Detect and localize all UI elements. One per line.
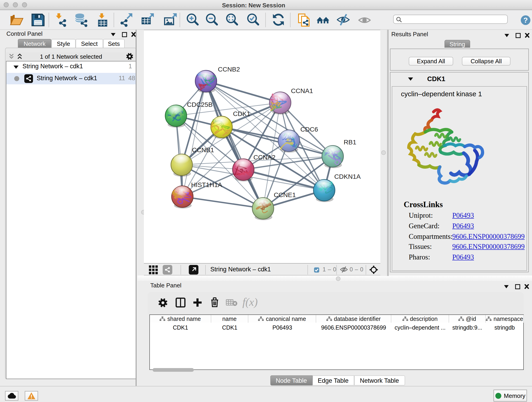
- svg-text:CCNB2: CCNB2: [218, 65, 240, 73]
- svg-text:CCNA2: CCNA2: [253, 153, 275, 161]
- svg-text:CCNA1: CCNA1: [291, 87, 313, 95]
- svg-text:CDC6: CDC6: [300, 126, 318, 133]
- svg-text:HIST1H1A: HIST1H1A: [191, 181, 222, 188]
- svg-text:?: ?: [523, 16, 528, 24]
- svg-text:CDKN1A: CDKN1A: [334, 173, 361, 180]
- svg-text:CCNE1: CCNE1: [274, 191, 296, 198]
- svg-text:CDK1: CDK1: [233, 110, 250, 117]
- svg-text:RB1: RB1: [344, 138, 356, 146]
- svg-text:CDC25B: CDC25B: [187, 101, 213, 108]
- svg-text:CCNB1: CCNB1: [192, 146, 214, 153]
